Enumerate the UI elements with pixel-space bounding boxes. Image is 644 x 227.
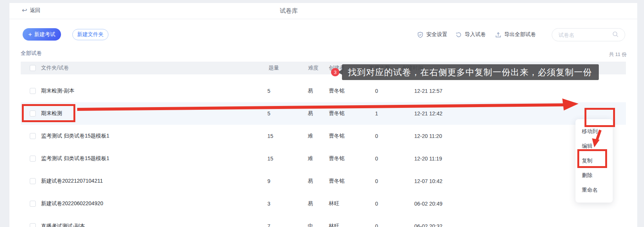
paper-search-input[interactable] bbox=[559, 32, 611, 38]
step-number-badge: 3 bbox=[331, 68, 339, 76]
row-checkbox[interactable] bbox=[30, 201, 36, 207]
back-label: 返回 bbox=[30, 7, 40, 14]
paper-qty: 9 bbox=[267, 178, 270, 184]
search-icon[interactable] bbox=[611, 31, 619, 39]
paper-created-at: 12-21 12:57 bbox=[414, 88, 443, 94]
paper-difficulty: 易 bbox=[308, 200, 313, 207]
table-row[interactable]: 直播考试测试-副本 7 中 林旺 0 06-02 20:32 发布 封存 更多 bbox=[21, 215, 626, 227]
row-checkbox[interactable] bbox=[30, 223, 36, 227]
row-checkbox[interactable] bbox=[30, 178, 36, 184]
topbar-divider bbox=[9, 19, 637, 19]
plus-icon: + bbox=[28, 31, 32, 38]
paper-creator: 曹冬铭 bbox=[329, 110, 345, 117]
back-button[interactable]: ↩ 返回 bbox=[22, 7, 40, 14]
paper-qty: 5 bbox=[267, 110, 270, 117]
paper-issue-count: 0 bbox=[375, 223, 378, 227]
paper-difficulty: 易 bbox=[308, 178, 313, 185]
paper-library-page: ↩ 返回 试卷库 + 新建考试 新建文件夹 安全设置 导入试卷 bbox=[0, 0, 644, 227]
all-papers-label: 全部试卷 bbox=[21, 50, 42, 57]
new-exam-button[interactable]: + 新建考试 bbox=[23, 28, 61, 41]
paper-creator: 林旺 bbox=[329, 223, 339, 227]
paper-created-at: 12-07 10:42 bbox=[414, 178, 443, 184]
paper-name: 监考测试 归类试卷15题模板1 bbox=[41, 155, 109, 162]
paper-difficulty: 难 bbox=[308, 133, 313, 139]
new-exam-label: 新建考试 bbox=[34, 31, 55, 38]
paper-creator: 曹冬铭 bbox=[329, 88, 345, 94]
paper-name: 监考测试 归类试卷15题模板1 bbox=[41, 133, 109, 139]
row-checkbox[interactable] bbox=[30, 156, 36, 162]
back-arrow-icon: ↩ bbox=[22, 8, 27, 13]
paper-creator: 曹冬铭 bbox=[329, 178, 345, 185]
row-checkbox[interactable] bbox=[30, 88, 36, 94]
page-title: 试卷库 bbox=[280, 7, 298, 15]
paper-search-box bbox=[552, 28, 625, 41]
table-row[interactable]: 新建试卷20220602204920 3 易 林旺 0 06-02 20:49 … bbox=[21, 192, 626, 215]
paper-name: 新建试卷20220602204920 bbox=[41, 200, 103, 207]
paper-creator: 曹冬铭 bbox=[329, 133, 345, 139]
paper-issue-count: 0 bbox=[375, 201, 378, 207]
paper-created-at: 12-20 11:20 bbox=[414, 133, 442, 139]
import-papers-label: 导入试卷 bbox=[465, 31, 486, 38]
dropdown-menu-item[interactable]: 重命名 bbox=[575, 183, 613, 197]
new-folder-button[interactable]: 新建文件夹 bbox=[72, 29, 108, 40]
shield-check-icon bbox=[417, 32, 423, 38]
import-circle-arrow-icon bbox=[456, 32, 462, 38]
paper-issue-count: 0 bbox=[375, 178, 378, 184]
paper-difficulty: 易 bbox=[308, 110, 313, 117]
row-checkbox[interactable] bbox=[30, 133, 36, 139]
paper-issue-count: 0 bbox=[375, 133, 378, 139]
table-row[interactable]: 监考测试 归类试卷15题模板1 15 难 曹冬铭 0 12-20 11:19 发… bbox=[21, 147, 626, 170]
paper-name: 新建试卷20221207104211 bbox=[41, 178, 103, 185]
paper-difficulty: 易 bbox=[308, 88, 313, 94]
paper-creator: 林旺 bbox=[329, 200, 339, 207]
paper-issue-count: 0 bbox=[375, 88, 378, 94]
paper-created-at: 06-02 20:32 bbox=[414, 223, 443, 227]
paper-name: 直播考试测试-副本 bbox=[41, 223, 85, 227]
table-row[interactable]: 监考测试 归类试卷15题模板1 15 难 曹冬铭 0 12-20 11:20 发… bbox=[21, 125, 626, 147]
column-qty: 题量 bbox=[269, 65, 279, 71]
table-row[interactable]: 期末检测 5 易 曹冬铭 1 12-21 12:42 发布 封存 更多 bbox=[21, 102, 626, 125]
paper-difficulty: 中 bbox=[308, 223, 313, 227]
paper-issue-count: 0 bbox=[375, 156, 378, 162]
column-name: 文件夹/试卷 bbox=[41, 65, 69, 71]
paper-created-at: 12-20 11:19 bbox=[414, 156, 442, 162]
select-all-checkbox[interactable] bbox=[30, 65, 36, 71]
security-settings-button[interactable]: 安全设置 bbox=[417, 31, 447, 38]
table-row[interactable]: 期末检测-副本 5 易 曹冬铭 0 12-21 12:57 发布 封存 更多 bbox=[21, 80, 626, 102]
import-papers-button[interactable]: 导入试卷 bbox=[456, 31, 486, 38]
paper-created-at: 12-21 12:42 bbox=[414, 110, 443, 117]
highlight-box-copy-item bbox=[577, 149, 607, 168]
paper-qty: 7 bbox=[267, 223, 270, 227]
paper-qty: 3 bbox=[267, 201, 270, 207]
new-folder-label: 新建文件夹 bbox=[77, 31, 104, 38]
paper-creator: 曹冬铭 bbox=[329, 155, 345, 162]
paper-difficulty: 难 bbox=[308, 155, 313, 162]
security-settings-label: 安全设置 bbox=[426, 31, 447, 38]
total-count-label: 共 11 份 bbox=[609, 51, 627, 58]
export-all-papers-label: 导出全部试卷 bbox=[504, 31, 536, 38]
highlight-box-target-row bbox=[22, 104, 75, 122]
paper-created-at: 06-02 20:49 bbox=[414, 201, 443, 207]
column-difficulty: 难度 bbox=[308, 65, 319, 71]
dropdown-menu-item[interactable]: 删除 bbox=[575, 168, 613, 183]
paper-name: 期末检测-副本 bbox=[41, 88, 75, 94]
instruction-tooltip: 找到对应的试卷，在右侧更多中复制一份出来，必须复制一份 bbox=[342, 64, 599, 80]
export-upload-icon bbox=[495, 32, 501, 38]
paper-qty: 15 bbox=[267, 156, 273, 162]
paper-qty: 5 bbox=[267, 88, 270, 94]
highlight-box-more-button bbox=[584, 108, 615, 127]
export-all-papers-button[interactable]: 导出全部试卷 bbox=[495, 31, 536, 38]
paper-qty: 15 bbox=[267, 133, 273, 139]
paper-issue-count: 1 bbox=[375, 110, 378, 117]
table-row[interactable]: 新建试卷20221207104211 9 易 曹冬铭 0 12-07 10:42… bbox=[21, 170, 626, 192]
